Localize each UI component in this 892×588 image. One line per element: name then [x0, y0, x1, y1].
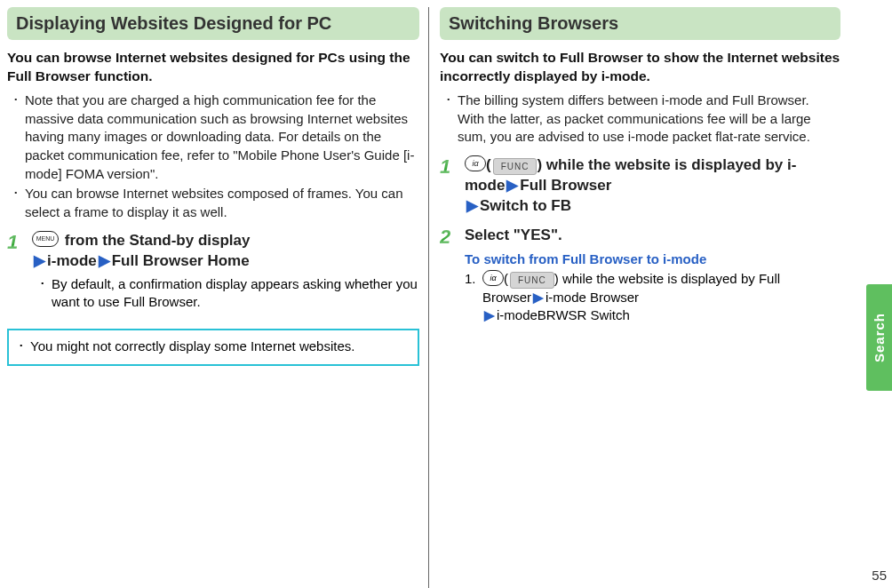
step-main-text: iα(FUNC) while the website is displayed …	[465, 155, 840, 217]
step-number: 1	[7, 231, 32, 313]
section-title-left: Displaying Websites Designed for PC	[7, 7, 419, 40]
bullet-text: By default, a confirmation display appea…	[52, 275, 419, 312]
step-1-left: 1 MENU from the Stand-by display ▶i-mode…	[7, 231, 419, 313]
arrow-icon: ▶	[533, 290, 544, 305]
step-text-fragment: i-mode	[47, 252, 97, 269]
side-tab-area: Search	[866, 0, 892, 588]
func-key-icon: iα	[465, 155, 486, 171]
sub-heading: To switch from Full Browser to i-mode	[465, 251, 840, 266]
step-number: 1	[440, 155, 465, 217]
bullet-text: You can browse Internet websites compose…	[25, 185, 418, 221]
step-number: 2	[440, 226, 465, 325]
bullet-item: ･ Note that you are charged a high commu…	[12, 91, 418, 183]
bullet-dot-icon: ･	[445, 91, 458, 147]
note-box: ･ You might not correctly display some I…	[7, 329, 419, 366]
bullets-right: ･ The billing system differs between i-m…	[445, 91, 839, 147]
bullet-dot-icon: ･	[39, 275, 52, 312]
intro-right: You can switch to Full Browser to show t…	[440, 49, 840, 86]
bullet-dot-icon: ･	[18, 338, 30, 355]
step-1-right: 1 iα(FUNC) while the website is displaye…	[440, 155, 840, 217]
bullets-left: ･ Note that you are charged a high commu…	[12, 91, 418, 222]
substep-number: 1.	[465, 270, 482, 325]
step-text-fragment: Switch to FB	[480, 197, 571, 214]
side-tab: Search	[866, 284, 892, 391]
step-main-text: MENU from the Stand-by display ▶i-mode▶F…	[32, 231, 419, 272]
step-text-fragment: Full Browser	[520, 177, 611, 194]
arrow-icon: ▶	[34, 252, 45, 269]
step-text-fragment: from the Stand-by display	[60, 232, 250, 249]
bullet-text: Note that you are charged a high communi…	[25, 91, 418, 183]
note-text: You might not correctly display some Int…	[30, 338, 409, 355]
arrow-icon: ▶	[99, 252, 110, 269]
section-title-right: Switching Browsers	[440, 7, 840, 40]
step-text-fragment: i-mode Browser	[546, 290, 639, 305]
func-box-icon: FUNC	[510, 272, 554, 290]
step-text-fragment: Full Browser Home	[112, 252, 250, 269]
func-box-icon: FUNC	[493, 158, 538, 176]
step-main-text: Select "YES".	[465, 226, 840, 246]
bullet-dot-icon: ･	[12, 185, 25, 221]
step-text-fragment: i-modeBRWSR Switch	[497, 307, 630, 322]
step-sub-text: ･ By default, a confirmation display app…	[34, 275, 419, 312]
page-number: 55	[872, 568, 887, 583]
bullet-text: The billing system differs between i-mod…	[458, 91, 839, 147]
arrow-icon: ▶	[466, 197, 478, 214]
side-tab-label: Search	[872, 313, 887, 362]
arrow-icon: ▶	[484, 307, 495, 322]
bullet-dot-icon: ･	[12, 91, 25, 183]
bullet-item: ･ The billing system differs between i-m…	[445, 91, 839, 147]
bullet-item: ･ You can browse Internet websites compo…	[12, 185, 418, 221]
menu-icon: MENU	[32, 231, 59, 247]
step-2-right: 2 Select "YES". To switch from Full Brow…	[440, 226, 840, 325]
intro-left: You can browse Internet websites designe…	[7, 49, 419, 86]
arrow-icon: ▶	[506, 177, 518, 194]
func-key-icon: iα	[482, 270, 504, 286]
left-column: Displaying Websites Designed for PC You …	[7, 7, 428, 588]
numbered-substep: 1. iα(FUNC) while the website is display…	[465, 270, 840, 325]
right-column: Switching Browsers You can switch to Ful…	[428, 7, 849, 588]
